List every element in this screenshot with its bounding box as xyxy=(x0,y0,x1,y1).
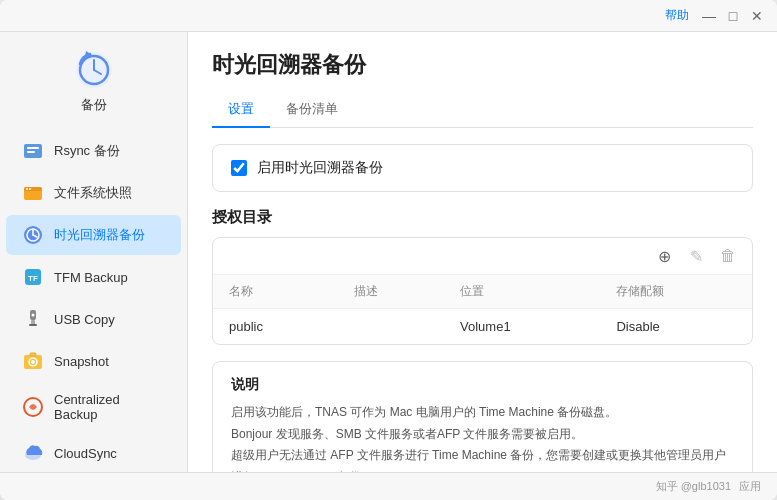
sidebar: 备份 Rsync 备份 xyxy=(0,32,188,472)
cell-location: Volume1 xyxy=(444,309,600,345)
page-title: 时光回溯器备份 xyxy=(212,50,753,80)
filesystem-icon xyxy=(22,182,44,204)
notes-line-2: 超级用户无法通过 AFP 文件服务进行 Time Machine 备份，您需要创… xyxy=(231,448,726,472)
directory-section: ⊕ ✎ 🗑 名称 描述 位置 存储配额 xyxy=(212,237,753,345)
add-directory-button[interactable]: ⊕ xyxy=(652,244,676,268)
sidebar-item-timemachine[interactable]: 时光回溯器备份 xyxy=(6,215,181,255)
timemachine-icon xyxy=(22,224,44,246)
notes-body: 启用该功能后，TNAS 可作为 Mac 电脑用户的 Time Machine 备… xyxy=(231,402,734,472)
tab-settings[interactable]: 设置 xyxy=(212,92,270,128)
cell-description xyxy=(338,309,444,345)
sidebar-item-label-filesystem: 文件系统快照 xyxy=(54,184,132,202)
svg-text:TF: TF xyxy=(28,274,38,283)
app-window: 帮助 — □ ✕ 备份 xyxy=(0,0,777,500)
sidebar-item-label-centralized: Centralized Backup xyxy=(54,392,165,422)
maximize-button[interactable]: □ xyxy=(725,8,741,24)
cell-name: public xyxy=(213,309,338,345)
section-title-directory: 授权目录 xyxy=(212,208,753,227)
window-controls: — □ ✕ xyxy=(701,8,765,24)
help-link[interactable]: 帮助 xyxy=(665,7,689,24)
notes-line-0: 启用该功能后，TNAS 可作为 Mac 电脑用户的 Time Machine 备… xyxy=(231,405,617,419)
delete-directory-button[interactable]: 🗑 xyxy=(716,244,740,268)
dir-toolbar: ⊕ ✎ 🗑 xyxy=(213,238,752,275)
sidebar-item-cloudsync[interactable]: CloudSync xyxy=(6,433,181,472)
watermark-text: 知乎 @glb1031 xyxy=(656,479,731,494)
sidebar-item-label-snapshot: Snapshot xyxy=(54,354,109,369)
main-layout: 备份 Rsync 备份 xyxy=(0,32,777,472)
usbcopy-icon xyxy=(22,308,44,330)
tab-backuplist[interactable]: 备份清单 xyxy=(270,92,354,128)
app-label: 应用 xyxy=(739,479,761,494)
notes-section: 说明 启用该功能后，TNAS 可作为 Mac 电脑用户的 Time Machin… xyxy=(212,361,753,472)
directory-table: 名称 描述 位置 存储配额 public Volume1 Di xyxy=(213,275,752,344)
sidebar-item-label-timemachine: 时光回溯器备份 xyxy=(54,226,145,244)
titlebar: 帮助 — □ ✕ xyxy=(0,0,777,32)
notes-line-1: Bonjour 发现服务、SMB 文件服务或者AFP 文件服务需要被启用。 xyxy=(231,427,584,441)
cell-quota: Disable xyxy=(600,309,752,345)
sidebar-item-label-rsync: Rsync 备份 xyxy=(54,142,120,160)
tfm-icon: TF xyxy=(22,266,44,288)
col-header-name: 名称 xyxy=(213,275,338,309)
sidebar-item-label-usbcopy: USB Copy xyxy=(54,312,115,327)
content-body: 启用时光回溯器备份 授权目录 ⊕ ✎ 🗑 名称 描述 xyxy=(188,128,777,472)
col-header-location: 位置 xyxy=(444,275,600,309)
sidebar-item-snapshot[interactable]: Snapshot xyxy=(6,341,181,381)
sidebar-item-usbcopy[interactable]: USB Copy xyxy=(6,299,181,339)
app-logo-icon xyxy=(72,48,116,92)
svg-rect-20 xyxy=(29,324,37,326)
enable-label: 启用时光回溯器备份 xyxy=(257,159,383,177)
centralized-icon xyxy=(22,396,44,418)
table-row: public Volume1 Disable xyxy=(213,309,752,345)
col-header-quota: 存储配额 xyxy=(600,275,752,309)
content-header: 时光回溯器备份 xyxy=(188,32,777,92)
content-area: 时光回溯器备份 设置 备份清单 启用时光回溯器备份 授权目录 ⊕ ✎ xyxy=(188,32,777,472)
sidebar-item-label-cloudsync: CloudSync xyxy=(54,446,117,461)
minimize-button[interactable]: — xyxy=(701,8,717,24)
footer: 知乎 @glb1031 应用 xyxy=(0,472,777,500)
sidebar-logo: 备份 xyxy=(0,48,187,114)
enable-section: 启用时光回溯器备份 xyxy=(212,144,753,192)
enable-checkbox[interactable] xyxy=(231,160,247,176)
tabs-bar: 设置 备份清单 xyxy=(212,92,753,128)
edit-directory-button[interactable]: ✎ xyxy=(684,244,708,268)
svg-rect-6 xyxy=(27,147,39,149)
snapshot-icon xyxy=(22,350,44,372)
svg-rect-25 xyxy=(30,353,36,356)
sidebar-item-centralized[interactable]: Centralized Backup xyxy=(6,383,181,431)
cloudsync-icon xyxy=(22,442,44,464)
close-button[interactable]: ✕ xyxy=(749,8,765,24)
svg-point-11 xyxy=(29,188,31,190)
sidebar-logo-label: 备份 xyxy=(81,96,107,114)
notes-title: 说明 xyxy=(231,376,734,394)
sidebar-item-rsync[interactable]: Rsync 备份 xyxy=(6,131,181,171)
sidebar-item-tfm[interactable]: TF TFM Backup xyxy=(6,257,181,297)
svg-point-21 xyxy=(32,314,35,317)
col-header-desc: 描述 xyxy=(338,275,444,309)
svg-point-24 xyxy=(31,360,35,364)
svg-rect-7 xyxy=(27,151,35,153)
svg-point-10 xyxy=(26,188,28,190)
rsync-icon xyxy=(22,140,44,162)
sidebar-item-label-tfm: TFM Backup xyxy=(54,270,128,285)
sidebar-item-filesystem[interactable]: 文件系统快照 xyxy=(6,173,181,213)
